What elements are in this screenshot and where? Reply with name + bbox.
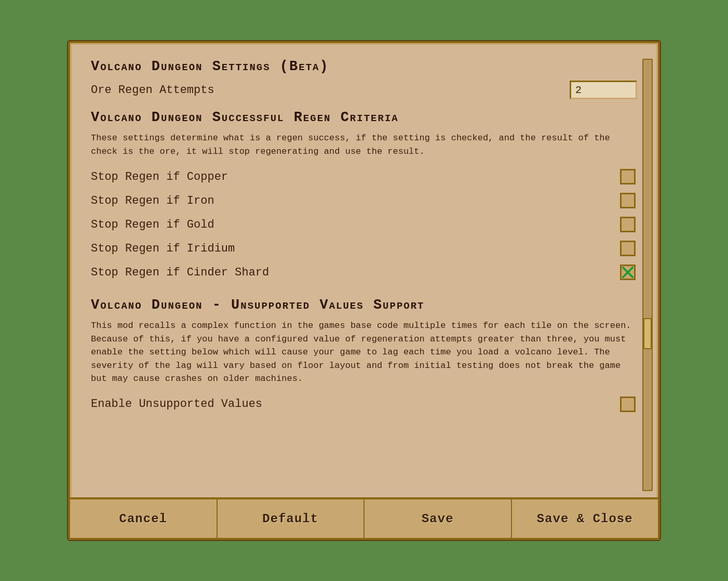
button-bar: Cancel Default Save Save & Close [70,497,658,538]
gold-checkbox-wrapper [618,215,637,234]
gold-checkbox[interactable] [620,217,636,232]
iridium-checkbox-wrapper [618,239,637,258]
copper-checkbox[interactable] [620,169,636,184]
copper-checkbox-wrapper [618,167,637,186]
unsupported-label: Enable Unsupported Values [91,398,618,411]
default-button[interactable]: Default [218,499,365,538]
content-area: Volcano Dungeon Settings (Beta) Ore Rege… [91,59,637,538]
section2-title: Volcano Dungeon Successful Regen Criteri… [91,110,637,125]
unsupported-checkbox[interactable] [620,397,636,412]
copper-row: Stop Regen if Copper [91,167,637,186]
ore-regen-input[interactable] [570,81,637,99]
iridium-label: Stop Regen if Iridium [91,242,618,255]
checkboxes-section: Stop Regen if Copper Stop Regen if Iron … [91,167,637,282]
iridium-row: Stop Regen if Iridium [91,239,637,258]
iron-label: Stop Regen if Iron [91,194,618,207]
cinder-checkbox-wrapper [618,263,637,282]
gold-row: Stop Regen if Gold [91,215,637,234]
section1-title: Volcano Dungeon Settings (Beta) [91,59,637,74]
copper-label: Stop Regen if Copper [91,170,618,183]
cancel-button[interactable]: Cancel [70,499,218,538]
iron-checkbox[interactable] [620,193,636,208]
iridium-checkbox[interactable] [620,241,636,256]
iron-checkbox-wrapper [618,191,637,210]
check-x-icon [622,266,634,279]
check-mark [622,266,634,279]
scrollbar-thumb[interactable] [643,318,652,349]
scrollbar[interactable] [642,59,653,491]
section3-title: Volcano Dungeon - Unsupported Values Sup… [91,297,637,313]
unsupported-row: Enable Unsupported Values [91,395,637,414]
description2: This mod recalls a complex function in t… [91,319,637,386]
unsupported-checkbox-wrapper [618,395,637,414]
cinder-row: Stop Regen if Cinder Shard [91,263,637,282]
description1: These settings determine what is a regen… [91,131,637,158]
gap1 [91,287,637,297]
save-close-button[interactable]: Save & Close [512,499,658,538]
ore-regen-label: Ore Regen Attempts [91,84,570,97]
cinder-label: Stop Regen if Cinder Shard [91,266,618,279]
settings-panel: Volcano Dungeon Settings (Beta) Ore Rege… [68,41,660,540]
cinder-checkbox[interactable] [620,265,636,280]
ore-regen-row: Ore Regen Attempts [91,81,637,99]
gold-label: Stop Regen if Gold [91,218,618,231]
iron-row: Stop Regen if Iron [91,191,637,210]
save-button[interactable]: Save [365,499,512,538]
